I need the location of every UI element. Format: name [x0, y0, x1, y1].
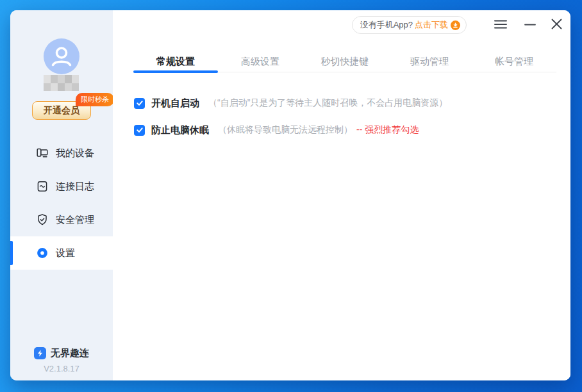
app-version: V2.1.8.17 — [10, 364, 113, 373]
user-icon — [44, 38, 79, 74]
censored-username — [44, 75, 79, 91]
app-name: 无界趣连 — [51, 347, 89, 359]
close-icon[interactable] — [549, 18, 563, 30]
download-icon — [451, 20, 460, 30]
security-shield-icon — [35, 213, 49, 227]
sidebar: 开通会员 限时秒杀 我的设备 — [10, 10, 113, 380]
setting-row-autostart: 开机自启动 （“自启动”只是为了等待主人随时召唤，不会占用电脑资源） — [134, 94, 451, 112]
settings-dot-icon — [35, 246, 49, 260]
setting-label: 开机自启动 — [151, 97, 199, 110]
sidebar-item-label: 连接日志 — [56, 181, 94, 193]
tab-driver-management[interactable]: 驱动管理 — [387, 51, 472, 72]
flash-sale-badge: 限时秒杀 — [76, 93, 114, 106]
sidebar-item-connection-log[interactable]: 连接日志 — [10, 170, 113, 203]
app-window: 开通会员 限时秒杀 我的设备 — [10, 10, 570, 380]
prevent-sleep-checkbox[interactable] — [134, 125, 145, 136]
devices-icon — [35, 146, 49, 160]
desktop-background: 开通会员 限时秒杀 我的设备 — [0, 0, 582, 392]
sidebar-item-settings[interactable]: 设置 — [10, 236, 113, 270]
download-prompt-text: 没有手机App? — [360, 19, 413, 31]
menu-icon[interactable] — [494, 18, 508, 30]
sidebar-item-label: 设置 — [56, 247, 75, 259]
sidebar-item-my-devices[interactable]: 我的设备 — [10, 136, 113, 170]
general-settings-list: 开机自启动 （“自启动”只是为了等待主人随时召唤，不会占用电脑资源） 防止电脑休… — [134, 94, 451, 148]
tab-quick-switch-hotkeys[interactable]: 秒切快捷键 — [303, 51, 387, 72]
sidebar-item-label: 我的设备 — [56, 147, 94, 159]
sidebar-footer: 无界趣连 V2.1.8.17 — [10, 347, 113, 373]
setting-label: 防止电脑休眠 — [151, 124, 209, 136]
main-panel: 没有手机App? 点击下载 — [113, 10, 570, 380]
tab-account-management[interactable]: 帐号管理 — [472, 51, 556, 72]
tab-advanced-settings[interactable]: 高级设置 — [218, 51, 303, 72]
setting-note: （“自启动”只是为了等待主人随时召唤，不会占用电脑资源） — [208, 97, 447, 109]
download-action-text: 点击下载 — [415, 19, 448, 31]
app-logo-icon — [34, 347, 46, 359]
sidebar-nav: 我的设备 连接日志 — [10, 136, 113, 270]
tab-general-settings[interactable]: 常规设置 — [133, 51, 218, 72]
autostart-checkbox[interactable] — [134, 98, 145, 109]
sidebar-item-label: 安全管理 — [56, 214, 94, 226]
setting-warning: -- 强烈推荐勾选 — [356, 124, 419, 136]
minimize-icon[interactable] — [523, 18, 537, 30]
avatar[interactable] — [44, 38, 79, 74]
sidebar-item-security[interactable]: 安全管理 — [10, 203, 113, 236]
connection-log-icon — [35, 179, 49, 193]
mobile-app-download-button[interactable]: 没有手机App? 点击下载 — [352, 16, 467, 34]
settings-tabs: 常规设置 高级设置 秒切快捷键 驱动管理 帐号管理 — [133, 51, 556, 72]
setting-row-prevent-sleep: 防止电脑休眠 （休眠将导致电脑无法远程控制） -- 强烈推荐勾选 — [134, 121, 451, 139]
setting-note: （休眠将导致电脑无法远程控制） — [218, 124, 353, 136]
